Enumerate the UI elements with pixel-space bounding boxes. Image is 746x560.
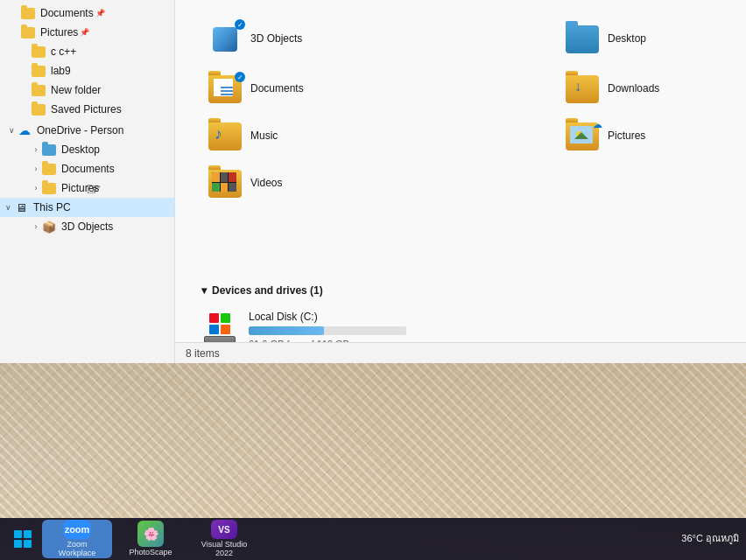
folder-icon-downloads: ↓	[566, 75, 599, 103]
disk-fill	[249, 326, 324, 335]
empty-cell-3	[380, 117, 541, 156]
folder-label-pictures: Pictures	[608, 130, 645, 144]
sidebar-item-pictures-pinned[interactable]: Pictures 📌	[0, 23, 174, 42]
sidebar-label-documents: Documents	[40, 7, 94, 19]
chevron-devices-icon: ▾	[201, 284, 207, 297]
folder-icon-desktop	[566, 25, 599, 53]
sidebar-item-this-pc[interactable]: ∨ 🖥 This PC	[0, 198, 174, 217]
folder-icon	[21, 6, 35, 20]
sidebar-label-this-pc: This PC	[33, 201, 71, 214]
taskbar-label-vs: Visual Studio2022	[201, 541, 247, 558]
taskbar-label-zoom: ZoomWorkplace	[59, 541, 95, 558]
download-arrow-icon: ↓	[574, 79, 581, 94]
taskbar: zoom ZoomWorkplace 🌸 PhotoScape VS Visua…	[0, 518, 746, 560]
desktop: Documents 📌 Pictures 📌 c c++	[0, 0, 746, 560]
folder-label-videos: Videos	[250, 177, 282, 191]
disk-bar	[249, 326, 406, 335]
folder-label-3dobjects: 3D Objects	[250, 32, 302, 46]
folder-icon-documents: ✓	[208, 75, 242, 103]
pin-icon-2: 📌	[80, 28, 89, 37]
taskbar-app-zoom[interactable]: zoom ZoomWorkplace	[42, 520, 112, 558]
disk-name: Local Disk (C:)	[249, 311, 720, 323]
sidebar-label-pictures: Pictures	[40, 26, 78, 38]
empty-cell-1	[380, 18, 541, 61]
chevron-right-icon-2: ›	[32, 164, 40, 173]
folder-item-videos[interactable]: Videos	[201, 164, 362, 203]
cloud-icon: ☁	[18, 123, 32, 137]
windows-logo-icon	[209, 313, 230, 334]
start-button[interactable]	[7, 523, 39, 555]
chevron-down-icon-2: ∨	[4, 203, 12, 212]
folder-label-documents: Documents	[250, 82, 304, 96]
folder-item-3dobjects[interactable]: ✓ 3D Objects	[201, 18, 362, 61]
cloud-icon-pictures: ☁	[593, 119, 602, 130]
folder-item-pictures[interactable]: ☁ Pictures	[559, 117, 720, 156]
folder-icon	[32, 83, 46, 97]
folder-icon-3dobjects: ✓	[208, 23, 242, 56]
check-icon-documents: ✓	[235, 72, 245, 82]
folder-icon-music: ♪	[208, 122, 242, 150]
zoom-logo-icon: zoom	[63, 520, 91, 539]
taskbar-app-photoscape[interactable]: 🌸 PhotoScape	[116, 520, 186, 558]
sidebar-item-pictures-od[interactable]: › Pictures	[0, 178, 174, 198]
chevron-down-icon: ∨	[7, 126, 16, 135]
sidebar-item-documents-od[interactable]: › Documents	[0, 159, 174, 178]
music-note-icon: ♪	[215, 125, 222, 144]
folder-item-downloads[interactable]: ↓ Downloads	[559, 70, 720, 108]
sidebar-label-pictures-od: Pictures	[61, 182, 99, 194]
folder-icon-pictures: ☁	[566, 122, 599, 150]
empty-cell-2	[380, 70, 541, 108]
sidebar-item-documents-pinned[interactable]: Documents 📌	[0, 4, 174, 23]
temperature-display: 36°C อุณหภูมิ	[681, 532, 739, 545]
folder-label-desktop: Desktop	[608, 32, 646, 46]
system-tray: 36°C อุณหภูมิ	[681, 518, 739, 560]
folder-item-desktop[interactable]: Desktop	[559, 18, 720, 61]
sidebar-label-lab9: lab9	[51, 65, 71, 77]
folder-item-music[interactable]: ♪ Music	[201, 117, 362, 156]
folder-icon-3d: 📦	[42, 220, 56, 234]
item-count: 8 items	[186, 347, 220, 360]
system-tray-info: 36°C อุณหภูมิ	[681, 532, 739, 545]
devices-section-label: Devices and drives (1)	[212, 284, 323, 297]
sidebar-item-c-cpp[interactable]: c c++	[0, 42, 174, 61]
folder-icon	[32, 102, 46, 116]
content-area: ✓ 3D Objects Desktop	[175, 0, 746, 284]
pc-icon: 🖥	[14, 200, 28, 214]
folder-label-music: Music	[250, 130, 278, 144]
windows-logo-icon	[14, 530, 32, 548]
sidebar-item-desktop-od[interactable]: › Desktop	[0, 140, 174, 159]
sidebar-label-onedrive: OneDrive - Person	[37, 124, 123, 136]
wallpaper-city	[0, 341, 746, 525]
sidebar-item-3dobjects[interactable]: › 📦 3D Objects	[0, 217, 174, 236]
sidebar-label-3dobjects: 3D Objects	[61, 220, 113, 233]
sidebar-label-saved-pictures: Saved Pictures	[51, 103, 122, 116]
status-bar: 8 items	[175, 342, 746, 363]
sidebar-item-onedrive[interactable]: ∨ ☁ OneDrive - Person	[0, 121, 174, 140]
sidebar-label-documents-od: Documents	[61, 163, 115, 175]
sidebar-label-desktop-od: Desktop	[61, 144, 100, 156]
devices-section-header[interactable]: ▾ Devices and drives (1)	[201, 284, 720, 297]
main-content: ✓ 3D Objects Desktop	[175, 0, 746, 363]
folder-item-documents[interactable]: ✓ Documents	[201, 70, 362, 108]
taskbar-app-vs2022[interactable]: VS Visual Studio2022	[189, 520, 259, 558]
folder-icon	[42, 143, 56, 157]
folder-icon	[32, 45, 46, 59]
folder-icon	[42, 181, 56, 195]
sidebar: Documents 📌 Pictures 📌 c c++	[0, 0, 175, 363]
folder-icon-videos	[208, 170, 242, 198]
sidebar-item-lab9[interactable]: lab9	[0, 61, 174, 80]
sidebar-label-new-folder: New folder	[51, 84, 101, 96]
sidebar-item-saved-pictures[interactable]: Saved Pictures	[0, 100, 174, 119]
pin-icon: 📌	[95, 9, 105, 18]
photoscape-icon: 🌸	[137, 521, 164, 547]
vs-icon: VS	[211, 520, 237, 539]
folder-icon	[21, 25, 35, 39]
check-icon-3dobjects: ✓	[235, 19, 245, 30]
chevron-right-icon-3: ›	[32, 184, 40, 192]
sidebar-item-new-folder[interactable]: New folder	[0, 80, 174, 100]
chevron-right-icon: ›	[32, 145, 40, 154]
chevron-right-icon-4: ›	[32, 222, 40, 231]
taskbar-label-photoscape: PhotoScape	[129, 549, 172, 557]
folder-icon	[42, 162, 56, 176]
folder-label-downloads: Downloads	[608, 82, 659, 96]
